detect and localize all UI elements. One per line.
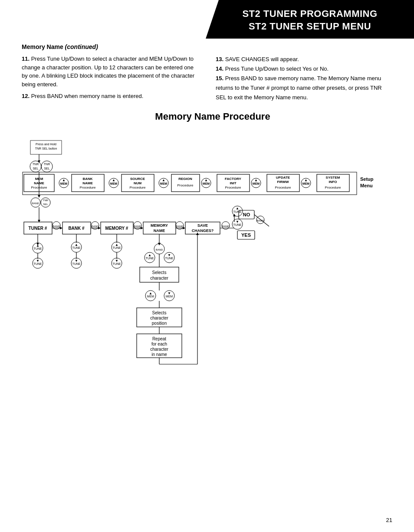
svg-text:TUNE: TUNE — [145, 257, 154, 260]
svg-text:for each: for each — [151, 342, 167, 346]
svg-text:BAND: BAND — [176, 225, 184, 228]
svg-text:SEL: SEL — [44, 167, 49, 170]
svg-text:Procedure: Procedure — [177, 183, 194, 187]
section-title: Memory Name (continued) — [22, 43, 392, 50]
svg-text:TUNE: TUNE — [233, 223, 241, 226]
svg-text:▲: ▲ — [204, 178, 208, 182]
svg-text:Procedure: Procedure — [275, 186, 291, 189]
svg-text:REGION: REGION — [178, 177, 192, 181]
svg-text:▲: ▲ — [36, 244, 39, 248]
svg-text:TUNE: TUNE — [33, 247, 42, 250]
svg-text:TUNE: TUNE — [72, 262, 80, 265]
svg-text:SAVE: SAVE — [197, 223, 208, 228]
svg-text:TUNE: TUNE — [233, 210, 241, 213]
svg-text:Menu: Menu — [360, 183, 373, 188]
svg-text:▼: ▼ — [168, 291, 171, 295]
svg-text:▼: ▼ — [75, 259, 78, 263]
step-12: 12. Press BAND when memory name is enter… — [22, 92, 198, 101]
svg-text:in name: in name — [151, 352, 167, 357]
step-11: 11. Press Tune Up/Down to select a chara… — [22, 55, 198, 88]
diagram-container: Memory Name Procedure MEM NAME Procedure… — [22, 111, 404, 388]
svg-text:MEM: MEM — [166, 295, 173, 298]
svg-text:BAND: BAND — [53, 225, 60, 228]
svg-text:MEM: MEM — [302, 182, 310, 185]
left-column: 11. Press Tune Up/Down to select a chara… — [22, 55, 198, 102]
svg-text:TNR: TNR — [44, 163, 50, 166]
svg-text:SOURCE: SOURCE — [130, 177, 145, 181]
svg-text:position: position — [152, 321, 167, 326]
svg-text:▼: ▼ — [36, 259, 39, 263]
header-title: ST2 TUNER PROGRAMMING ST2 TUNER SETUP ME… — [214, 8, 405, 33]
svg-text:NAME: NAME — [82, 181, 93, 185]
svg-text:BAND: BAND — [222, 225, 230, 228]
svg-text:MEM: MEM — [110, 182, 118, 185]
svg-text:MEM: MEM — [147, 295, 154, 298]
svg-text:▲: ▲ — [304, 178, 308, 182]
svg-text:▲: ▲ — [75, 243, 78, 247]
svg-text:TUNE: TUNE — [112, 246, 121, 249]
svg-text:Setup: Setup — [360, 176, 374, 182]
svg-text:▲: ▲ — [115, 243, 118, 247]
svg-text:Selects: Selects — [152, 270, 167, 275]
svg-text:▼: ▼ — [236, 220, 239, 224]
svg-text:▲: ▲ — [254, 178, 258, 182]
svg-text:BANK #: BANK # — [68, 226, 85, 231]
svg-text:MEMORY: MEMORY — [151, 223, 168, 228]
svg-text:UPDATE: UPDATE — [276, 176, 290, 180]
svg-text:▲: ▲ — [236, 206, 239, 210]
svg-text:BAND: BAND — [257, 219, 264, 222]
svg-text:SEL: SEL — [33, 167, 38, 170]
svg-text:▲: ▲ — [148, 253, 151, 257]
svg-text:FIRMW: FIRMW — [277, 180, 289, 184]
svg-text:FACTORY: FACTORY — [225, 177, 241, 181]
svg-text:NO: NO — [243, 212, 250, 217]
svg-text:Procedure: Procedure — [225, 186, 241, 189]
svg-text:TUNE: TUNE — [33, 262, 42, 265]
svg-text:TNR: TNR — [43, 199, 49, 202]
svg-text:Procedure: Procedure — [130, 186, 146, 189]
svg-text:BAND: BAND — [32, 202, 39, 205]
svg-text:▲: ▲ — [112, 178, 115, 182]
svg-text:Procedure: Procedure — [325, 186, 341, 189]
svg-text:MEM: MEM — [203, 182, 210, 185]
svg-text:BAND: BAND — [156, 248, 163, 251]
step-14: 14. Press Tune Up/Down to select Yes or … — [216, 64, 392, 74]
svg-text:MEM: MEM — [60, 182, 68, 185]
svg-text:BAND: BAND — [134, 225, 141, 228]
svg-text:TNR SEL button: TNR SEL button — [35, 147, 57, 150]
svg-text:MEM: MEM — [160, 182, 168, 185]
svg-text:Press and Hold: Press and Hold — [36, 143, 56, 146]
step-13: 13. SAVE CHANGES will appear. — [216, 55, 392, 64]
svg-text:TUNE: TUNE — [112, 262, 121, 265]
svg-text:NAME: NAME — [154, 228, 165, 233]
svg-text:MEMORY #: MEMORY # — [105, 226, 128, 231]
svg-marker-60 — [38, 195, 40, 198]
svg-text:character: character — [150, 316, 168, 320]
svg-text:INIT: INIT — [230, 181, 236, 185]
svg-text:BANK: BANK — [82, 177, 92, 181]
svg-text:character: character — [150, 276, 168, 281]
svg-text:YES: YES — [241, 232, 251, 238]
diagram-title: Memory Name Procedure — [22, 111, 404, 122]
svg-text:▲: ▲ — [62, 178, 66, 182]
svg-marker-71 — [60, 227, 62, 229]
svg-text:CHANGES?: CHANGES? — [192, 228, 214, 233]
svg-text:▼: ▼ — [115, 259, 118, 263]
svg-text:character: character — [150, 347, 168, 352]
svg-text:BAND: BAND — [92, 225, 99, 228]
svg-text:▲: ▲ — [162, 178, 165, 182]
svg-text:Procedure: Procedure — [80, 186, 96, 189]
svg-text:Repeat: Repeat — [152, 336, 166, 341]
svg-text:TUNE: TUNE — [72, 246, 80, 249]
svg-text:TUNE: TUNE — [165, 257, 173, 260]
svg-text:SEL: SEL — [43, 203, 48, 206]
svg-text:NUM: NUM — [134, 181, 142, 185]
svg-marker-140 — [158, 243, 161, 245]
procedure-diagram: MEM NAME Procedure BANK NAME Procedure S… — [22, 127, 404, 391]
page-number: 21 — [386, 517, 392, 523]
svg-text:MEM: MEM — [253, 182, 260, 185]
svg-text:TUNER #: TUNER # — [29, 226, 47, 231]
right-column: 13. SAVE CHANGES will appear. 14. Press … — [216, 55, 392, 102]
svg-text:INFO: INFO — [329, 180, 337, 184]
svg-text:▼: ▼ — [168, 253, 171, 257]
